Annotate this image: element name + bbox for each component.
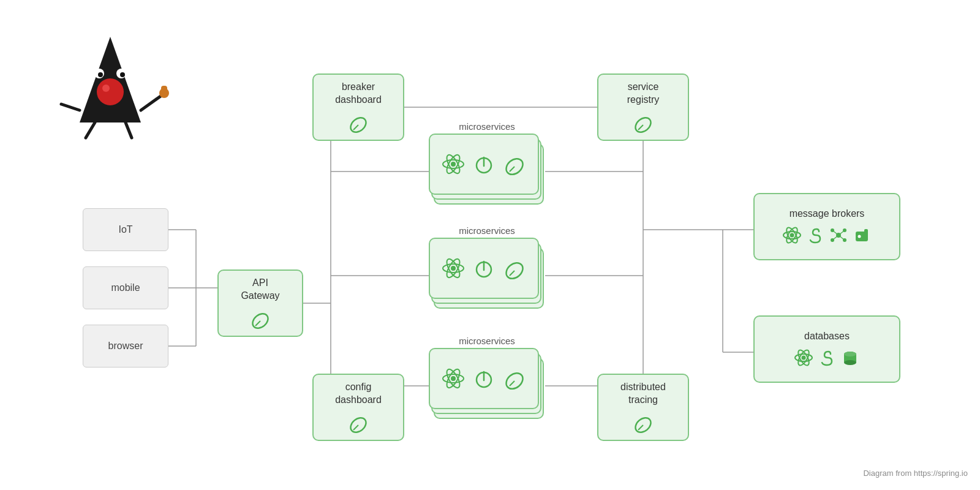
atom-icon — [442, 153, 465, 176]
distributed-tracing-box: distributedtracing — [597, 374, 689, 441]
config-dashboard-box: configdashboard — [312, 374, 404, 441]
svg-line-80 — [839, 230, 845, 235]
spring-leaf-icon-5 — [632, 412, 654, 434]
rabbitmq-icon — [852, 225, 872, 245]
svg-line-68 — [510, 381, 514, 386]
svg-line-34 — [126, 123, 132, 138]
breaker-dashboard-icons — [347, 111, 369, 134]
svg-point-84 — [858, 235, 861, 238]
kafka-icon — [829, 225, 848, 245]
svg-point-37 — [348, 115, 369, 134]
iot-box: IoT — [83, 208, 168, 251]
svg-line-44 — [638, 425, 643, 430]
api-gateway-icons — [249, 307, 271, 330]
breaker-dashboard-title: breakerdashboard — [335, 81, 382, 107]
svg-point-85 — [802, 356, 806, 360]
svg-line-33 — [86, 123, 95, 138]
service-registry-icons — [632, 111, 654, 134]
diagram-container: IoT mobile browser APIGateway breakerdas… — [0, 0, 980, 490]
svg-point-92 — [844, 352, 856, 356]
svg-line-42 — [353, 425, 358, 430]
spring-leaf-icon-2 — [347, 111, 369, 134]
config-dashboard-icons — [347, 412, 369, 434]
svg-rect-83 — [864, 229, 868, 234]
api-gateway-title: APIGateway — [241, 277, 279, 303]
svg-point-51 — [503, 156, 526, 176]
spring-leaf-ms-icon-3 — [503, 367, 526, 390]
svg-line-38 — [353, 125, 358, 130]
atom-icon-3 — [442, 367, 465, 390]
message-brokers-title: message brokers — [790, 208, 865, 219]
svg-point-69 — [790, 233, 794, 238]
svg-point-28 — [120, 72, 125, 77]
spring-leaf-ms-icon-2 — [503, 257, 526, 280]
atom-broker-icon — [782, 225, 802, 245]
svg-point-35 — [250, 311, 271, 330]
databases-box: databases — [753, 315, 900, 383]
svg-line-30 — [141, 95, 162, 110]
atom-db-icon — [794, 348, 813, 368]
spring-leaf-icon-3 — [632, 111, 654, 134]
service-registry-box: serviceregistry — [597, 74, 689, 141]
browser-label: browser — [108, 341, 143, 352]
distributed-tracing-icons — [632, 412, 654, 434]
spring-s-db-icon — [817, 348, 837, 368]
iot-label: IoT — [118, 224, 132, 235]
config-dashboard-title: configdashboard — [335, 381, 382, 407]
power-icon-2 — [472, 257, 496, 280]
databases-icons — [794, 348, 860, 368]
svg-line-79 — [832, 235, 839, 240]
svg-point-61 — [451, 376, 456, 381]
svg-line-40 — [638, 125, 643, 130]
svg-point-39 — [633, 115, 654, 134]
spring-leaf-icon — [249, 307, 271, 330]
spring-leaf-icon-4 — [347, 412, 369, 434]
diagram-credit: Diagram from https://spring.io — [863, 469, 968, 478]
spring-s-icon — [805, 225, 825, 245]
atom-icon-2 — [442, 257, 465, 280]
svg-line-52 — [510, 167, 514, 172]
microservices-middle-stack — [429, 238, 545, 323]
svg-point-43 — [633, 415, 654, 434]
message-brokers-box: message brokers — [753, 193, 900, 260]
breaker-dashboard-box: breakerdashboard — [312, 74, 404, 141]
svg-rect-32 — [161, 86, 167, 94]
svg-line-36 — [255, 321, 260, 326]
svg-point-24 — [102, 85, 110, 92]
mobile-box: mobile — [83, 266, 168, 309]
svg-line-78 — [832, 230, 839, 235]
microservices-middle-label: microservices — [429, 225, 545, 236]
service-registry-title: serviceregistry — [627, 81, 659, 107]
svg-point-45 — [451, 162, 456, 167]
svg-line-60 — [510, 271, 514, 276]
microservices-bottom-stack — [429, 348, 545, 434]
svg-point-91 — [844, 360, 856, 365]
power-icon — [472, 153, 496, 176]
browser-box: browser — [83, 325, 168, 368]
spring-leaf-ms-icon — [503, 153, 526, 176]
message-brokers-icons — [782, 225, 872, 245]
svg-line-81 — [839, 235, 845, 240]
api-gateway-box: APIGateway — [217, 270, 303, 337]
svg-line-29 — [61, 104, 80, 110]
databases-title: databases — [804, 331, 850, 342]
svg-point-53 — [451, 266, 456, 271]
mascot — [49, 24, 172, 147]
distributed-tracing-title: distributedtracing — [620, 381, 666, 407]
svg-point-23 — [97, 78, 124, 105]
database-cylinder-icon — [840, 348, 860, 368]
power-icon-3 — [472, 367, 496, 390]
microservices-bottom-label: microservices — [429, 336, 545, 346]
microservices-top-stack — [429, 134, 545, 219]
svg-point-59 — [503, 260, 526, 280]
svg-point-41 — [348, 415, 369, 434]
mobile-label: mobile — [111, 282, 140, 293]
svg-point-67 — [503, 370, 526, 390]
svg-point-27 — [98, 72, 103, 77]
microservices-top-label: microservices — [429, 121, 545, 132]
